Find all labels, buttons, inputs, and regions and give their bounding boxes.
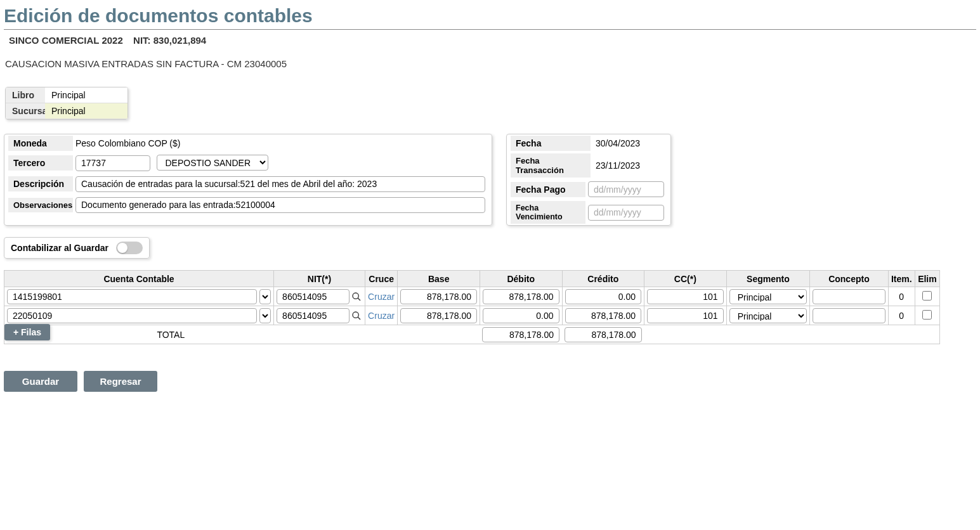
moneda-value: Peso Colombiano COP ($) <box>73 137 183 150</box>
elim-checkbox[interactable] <box>922 310 932 320</box>
search-icon[interactable] <box>351 291 362 302</box>
svg-line-1 <box>358 298 360 301</box>
libro-value: Principal <box>45 87 127 103</box>
nit-input[interactable] <box>277 308 350 323</box>
title-divider <box>4 29 976 30</box>
contabilizar-toggle[interactable] <box>116 242 143 254</box>
regresar-button[interactable]: Regresar <box>84 371 157 392</box>
contabilizar-toggle-card: Contabilizar al Guardar <box>4 237 150 259</box>
contabilizar-label: Contabilizar al Guardar <box>11 243 108 253</box>
col-concepto: Concepto <box>810 271 888 287</box>
svg-point-2 <box>353 312 358 318</box>
cc-input[interactable] <box>647 289 724 304</box>
svg-line-3 <box>358 317 360 320</box>
table-row: 1415199801 PROVISION DE ENTRADAS SIN Cru… <box>4 287 940 306</box>
col-elim: Elim <box>915 271 939 287</box>
total-label: TOTAL <box>157 330 185 340</box>
add-filas-button[interactable]: + Filas <box>4 324 50 340</box>
company-name: SINCO COMERCIAL 2022 <box>9 35 123 46</box>
col-cc: CC(*) <box>644 271 727 287</box>
cuenta-name-select[interactable]: 22050109 CAUSACIÓN MASIVA DE ENTRA <box>259 308 271 323</box>
libro-label: Libro <box>6 87 45 103</box>
page-title: Edición de documentos contables <box>4 4 976 29</box>
fecha-trans-value: 23/11/2023 <box>591 158 645 172</box>
base-input[interactable] <box>400 289 477 304</box>
col-nit: NIT(*) <box>274 271 365 287</box>
segmento-select[interactable]: Principal <box>729 308 807 323</box>
fecha-trans-label: Fecha Transacción <box>511 153 591 178</box>
fecha-label: Fecha <box>511 136 591 151</box>
company-line: SINCO COMERCIAL 2022 NIT: 830,021,894 <box>4 35 976 47</box>
total-row: + Filas TOTAL 878,178.00 878,178.00 <box>4 325 940 344</box>
form-right-panel: Fecha 30/04/2023 Fecha Transacción 23/11… <box>506 134 671 226</box>
guardar-button[interactable]: Guardar <box>4 371 77 392</box>
nit-input[interactable] <box>277 289 350 304</box>
descripcion-label: Descripción <box>8 176 73 191</box>
col-debito: Débito <box>480 271 562 287</box>
base-input[interactable] <box>400 308 477 323</box>
svg-point-0 <box>353 293 358 299</box>
document-line: CAUSACION MASIVA ENTRADAS SIN FACTURA - … <box>4 47 976 69</box>
fecha-venc-input[interactable] <box>588 205 664 221</box>
libro-sucursal-card: Libro Principal Sucursal Principal <box>5 87 128 120</box>
tercero-select[interactable]: DEPOSTIO SANDER LTDA <box>157 155 268 171</box>
fecha-pago-label: Fecha Pago <box>511 182 585 197</box>
moneda-label: Moneda <box>8 136 73 151</box>
sucursal-value: Principal <box>45 103 127 119</box>
total-credito: 878,178.00 <box>565 327 642 342</box>
credito-input[interactable] <box>565 289 642 304</box>
cc-input[interactable] <box>647 308 724 323</box>
col-cruce: Cruce <box>365 271 398 287</box>
col-item: Item. <box>888 271 915 287</box>
credito-input[interactable] <box>565 308 642 323</box>
sucursal-label: Sucursal <box>6 103 45 119</box>
observaciones-input[interactable] <box>75 197 485 213</box>
fecha-venc-label: Fecha Vencimiento <box>511 201 585 224</box>
fecha-pago-input[interactable] <box>588 181 664 197</box>
cruzar-link[interactable]: Cruzar <box>368 311 395 321</box>
item-value: 0 <box>888 287 915 306</box>
cuenta-name-select[interactable]: 1415199801 PROVISION DE ENTRADAS SIN <box>259 289 271 304</box>
company-nit: NIT: 830,021,894 <box>133 35 206 46</box>
concepto-input[interactable] <box>813 308 885 323</box>
col-base: Base <box>398 271 480 287</box>
observaciones-label: Observaciones <box>8 198 73 212</box>
entries-grid: Cuenta Contable NIT(*) Cruce Base Débito… <box>4 270 940 344</box>
col-segmento: Segmento <box>726 271 810 287</box>
table-row: 22050109 CAUSACIÓN MASIVA DE ENTRA Cruza… <box>4 306 940 325</box>
col-cuenta: Cuenta Contable <box>4 271 274 287</box>
tercero-code-input[interactable] <box>75 155 150 171</box>
descripcion-input[interactable] <box>75 176 485 192</box>
debito-input[interactable] <box>483 289 559 304</box>
col-credito: Crédito <box>562 271 644 287</box>
cuenta-code-input[interactable] <box>7 289 257 304</box>
fecha-value: 30/04/2023 <box>591 136 645 150</box>
debito-input[interactable] <box>483 308 559 323</box>
segmento-select[interactable]: Principal <box>729 289 807 304</box>
total-debito: 878,178.00 <box>482 327 559 342</box>
concepto-input[interactable] <box>813 289 885 304</box>
item-value: 0 <box>888 306 915 325</box>
tercero-label: Tercero <box>8 155 73 171</box>
elim-checkbox[interactable] <box>922 291 932 301</box>
cruzar-link[interactable]: Cruzar <box>368 292 395 302</box>
form-left-panel: Moneda Peso Colombiano COP ($) Tercero D… <box>4 134 492 226</box>
cuenta-code-input[interactable] <box>7 308 257 323</box>
search-icon[interactable] <box>351 310 362 321</box>
